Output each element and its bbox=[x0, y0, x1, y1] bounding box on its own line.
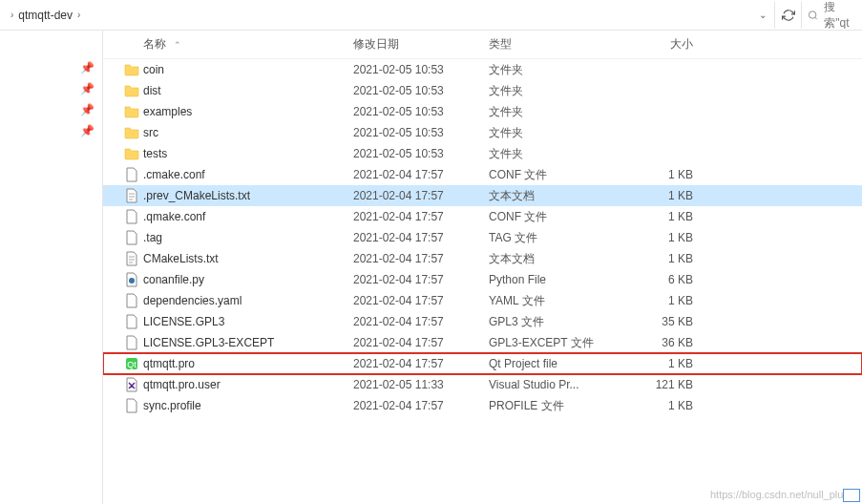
file-date: 2021-02-04 17:57 bbox=[353, 357, 489, 370]
pin-icon: 📌 bbox=[0, 78, 102, 99]
file-list: coin2021-02-05 10:53文件夹dist2021-02-05 10… bbox=[103, 59, 862, 416]
file-name: qtmqtt.pro.user bbox=[143, 378, 353, 391]
file-date: 2021-02-04 17:57 bbox=[353, 273, 489, 286]
file-icon bbox=[124, 230, 139, 245]
file-name: tests bbox=[143, 147, 353, 160]
file-type: 文件夹 bbox=[489, 62, 624, 78]
file-date: 2021-02-04 17:57 bbox=[353, 168, 489, 181]
folder-icon bbox=[124, 83, 139, 98]
file-type: 文本文档 bbox=[489, 251, 624, 267]
file-date: 2021-02-05 11:33 bbox=[353, 378, 489, 391]
file-name: .qmake.conf bbox=[143, 210, 353, 223]
file-row[interactable]: tests2021-02-05 10:53文件夹 bbox=[103, 143, 862, 164]
file-size: 1 KB bbox=[624, 294, 701, 307]
file-date: 2021-02-04 17:57 bbox=[353, 189, 489, 202]
file-date: 2021-02-04 17:57 bbox=[353, 210, 489, 223]
file-name: src bbox=[143, 126, 353, 139]
file-size: 36 KB bbox=[624, 336, 701, 349]
chevron-down-icon[interactable]: ⌄ bbox=[759, 10, 767, 20]
folder-icon bbox=[124, 62, 139, 77]
file-icon bbox=[124, 314, 139, 329]
file-date: 2021-02-04 17:57 bbox=[353, 294, 489, 307]
file-size: 1 KB bbox=[624, 168, 701, 181]
file-size: 1 KB bbox=[624, 210, 701, 223]
search-input[interactable]: 搜索"qt bbox=[801, 2, 858, 29]
file-name: coin bbox=[143, 63, 353, 76]
file-icon bbox=[124, 209, 139, 224]
column-header-date[interactable]: 修改日期 bbox=[353, 36, 489, 52]
file-row[interactable]: LICENSE.GPL32021-02-04 17:57GPL3 文件35 KB bbox=[103, 311, 862, 332]
breadcrumb-item[interactable]: qtmqtt-dev bbox=[18, 9, 73, 22]
details-view-icon[interactable] bbox=[843, 489, 860, 502]
file-type: GPL3 文件 bbox=[489, 314, 624, 330]
pin-icon: 📌 bbox=[0, 99, 102, 120]
file-name: .prev_CMakeLists.txt bbox=[143, 189, 353, 202]
file-type: Visual Studio Pr... bbox=[489, 378, 624, 391]
file-date: 2021-02-05 10:53 bbox=[353, 63, 489, 76]
file-date: 2021-02-04 17:57 bbox=[353, 252, 489, 265]
file-row[interactable]: sync.profile2021-02-04 17:57PROFILE 文件1 … bbox=[103, 395, 862, 416]
column-header-name[interactable]: 名称 ⌃ bbox=[103, 36, 353, 52]
file-type: 文件夹 bbox=[489, 146, 624, 162]
chevron-right-icon: › bbox=[77, 10, 80, 20]
file-size: 35 KB bbox=[624, 315, 701, 328]
file-row[interactable]: coin2021-02-05 10:53文件夹 bbox=[103, 59, 862, 80]
search-placeholder: 搜索"qt bbox=[824, 2, 858, 29]
svg-point-0 bbox=[809, 10, 815, 17]
file-row[interactable]: examples2021-02-05 10:53文件夹 bbox=[103, 101, 862, 122]
refresh-button[interactable] bbox=[774, 2, 801, 29]
svg-point-8 bbox=[129, 278, 135, 284]
file-row[interactable]: CMakeLists.txt2021-02-04 17:57文本文档1 KB bbox=[103, 248, 862, 269]
file-size: 1 KB bbox=[624, 189, 701, 202]
file-name: dist bbox=[143, 84, 353, 97]
file-row[interactable]: dist2021-02-05 10:53文件夹 bbox=[103, 80, 862, 101]
file-row[interactable]: .qmake.conf2021-02-04 17:57CONF 文件1 KB bbox=[103, 206, 862, 227]
file-name: .cmake.conf bbox=[143, 168, 353, 181]
column-headers: 名称 ⌃ 修改日期 类型 大小 bbox=[103, 31, 862, 59]
column-header-size[interactable]: 大小 bbox=[624, 36, 701, 52]
file-list-pane: 名称 ⌃ 修改日期 类型 大小 coin2021-02-05 10:53文件夹d… bbox=[103, 31, 862, 504]
file-size: 6 KB bbox=[624, 273, 701, 286]
file-date: 2021-02-04 17:57 bbox=[353, 315, 489, 328]
file-type: CONF 文件 bbox=[489, 209, 624, 225]
file-date: 2021-02-05 10:53 bbox=[353, 84, 489, 97]
file-row[interactable]: .cmake.conf2021-02-04 17:57CONF 文件1 KB bbox=[103, 164, 862, 185]
file-icon bbox=[124, 167, 139, 182]
file-date: 2021-02-04 17:57 bbox=[353, 336, 489, 349]
file-name: qtmqtt.pro bbox=[143, 357, 275, 370]
file-row[interactable]: LICENSE.GPL3-EXCEPT2021-02-04 17:57GPL3-… bbox=[103, 332, 862, 353]
file-row[interactable]: conanfile.py2021-02-04 17:57Python File6… bbox=[103, 269, 862, 290]
file-row[interactable]: src2021-02-05 10:53文件夹 bbox=[103, 122, 862, 143]
file-type: 文本文档 bbox=[489, 188, 624, 204]
file-name: dependencies.yaml bbox=[143, 294, 353, 307]
folder-icon bbox=[124, 125, 139, 140]
column-header-type[interactable]: 类型 bbox=[489, 36, 624, 52]
file-row[interactable]: dependencies.yaml2021-02-04 17:57YAML 文件… bbox=[103, 290, 862, 311]
breadcrumb[interactable]: › qtmqtt-dev › ⌄ bbox=[4, 9, 774, 22]
address-bar: › qtmqtt-dev › ⌄ 搜索"qt bbox=[0, 0, 862, 31]
file-type: 文件夹 bbox=[489, 125, 624, 141]
file-row[interactable]: qtmqtt.pro.user2021-02-05 11:33Visual St… bbox=[103, 374, 862, 395]
file-row[interactable]: Qtqtmqtt.pro2021-02-04 17:57Qt Project f… bbox=[103, 353, 862, 374]
file-type: Python File bbox=[489, 273, 624, 286]
pin-icon: 📌 bbox=[0, 57, 102, 78]
file-date: 2021-02-05 10:53 bbox=[353, 105, 489, 118]
watermark: https://blog.csdn.net/null_plus_ bbox=[710, 489, 854, 500]
file-row[interactable]: .prev_CMakeLists.txt2021-02-04 17:57文本文档… bbox=[103, 185, 862, 206]
folder-icon bbox=[124, 104, 139, 119]
file-date: 2021-02-04 17:57 bbox=[353, 399, 489, 412]
file-size: 121 KB bbox=[624, 378, 701, 391]
breadcrumb-label: qtmqtt-dev bbox=[18, 9, 73, 22]
navigation-pane[interactable]: 📌 📌 📌 📌 bbox=[0, 31, 103, 504]
file-type: Qt Project file bbox=[489, 357, 624, 370]
search-icon bbox=[808, 10, 818, 21]
file-row[interactable]: .tag2021-02-04 17:57TAG 文件1 KB bbox=[103, 227, 862, 248]
file-name: LICENSE.GPL3-EXCEPT bbox=[143, 336, 353, 349]
svg-text:Qt: Qt bbox=[127, 360, 137, 369]
file-date: 2021-02-04 17:57 bbox=[353, 231, 489, 244]
file-name: LICENSE.GPL3 bbox=[143, 315, 353, 328]
file-size: 1 KB bbox=[624, 231, 701, 244]
file-icon bbox=[124, 377, 139, 392]
file-icon bbox=[124, 293, 139, 308]
file-size: 1 KB bbox=[624, 252, 701, 265]
